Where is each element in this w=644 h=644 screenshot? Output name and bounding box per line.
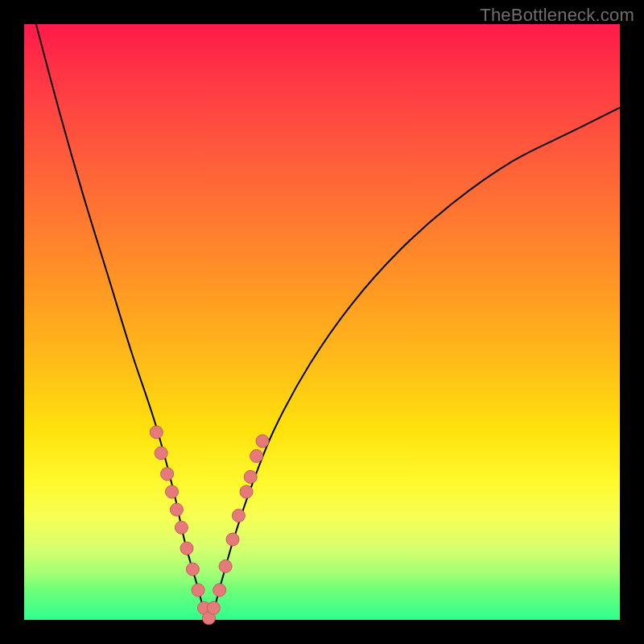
bottleneck-curve: [36, 24, 620, 620]
chart-frame: TheBottleneck.com: [0, 0, 644, 644]
curve-marker: [219, 559, 232, 572]
curve-marker: [244, 470, 257, 483]
curve-marker: [166, 485, 179, 498]
curve-marker: [161, 468, 174, 481]
curve-marker: [150, 426, 163, 439]
curve-marker: [250, 450, 263, 463]
curve-marker: [192, 584, 204, 597]
curve-marker: [232, 510, 245, 522]
marker-group: [150, 426, 269, 625]
curve-marker: [180, 542, 193, 555]
curve-marker: [155, 447, 167, 460]
curve-marker: [207, 601, 220, 614]
curve-marker: [226, 533, 239, 546]
curve-svg: [24, 24, 620, 620]
curve-marker: [186, 563, 199, 576]
curve-marker: [256, 435, 269, 448]
curve-marker: [213, 584, 226, 597]
plot-area: [24, 24, 620, 620]
watermark-text: TheBottleneck.com: [480, 5, 634, 26]
curve-marker: [240, 485, 253, 498]
curve-marker: [175, 521, 188, 534]
curve-marker: [170, 503, 183, 516]
